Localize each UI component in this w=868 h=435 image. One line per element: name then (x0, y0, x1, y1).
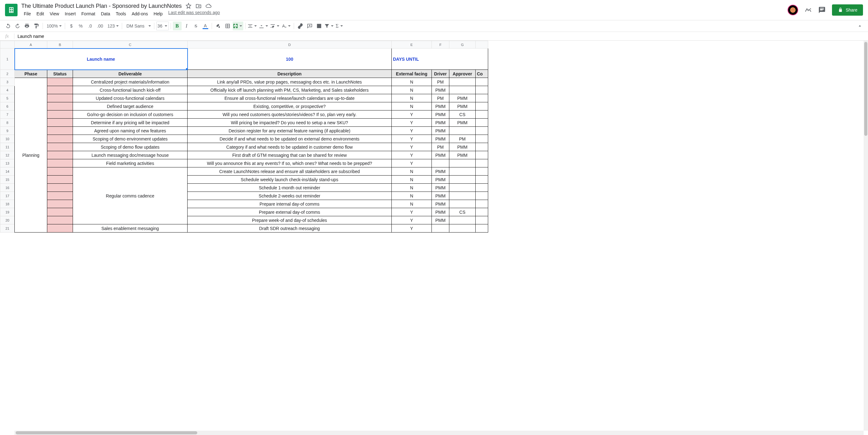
cell-description[interactable]: Schedule weekly launch check-ins/daily s… (188, 175, 392, 184)
col-header-c[interactable]: C (73, 41, 188, 48)
cell-external[interactable]: Y (392, 135, 432, 143)
insert-comment-button[interactable] (305, 22, 314, 30)
cell-status[interactable] (47, 159, 73, 167)
cell-status[interactable] (47, 208, 73, 216)
cell-driver[interactable]: PMM (432, 192, 450, 200)
cell[interactable] (476, 86, 488, 94)
collapse-toolbar-button[interactable] (856, 22, 864, 30)
cell-status[interactable] (47, 119, 73, 127)
font-family-select[interactable]: DM Sans (124, 22, 152, 30)
header-driver[interactable]: Driver (432, 70, 450, 78)
col-header-h[interactable] (476, 41, 488, 48)
cell-deliverable[interactable]: Centralized project materials/informatio… (73, 78, 188, 86)
cell-status[interactable] (47, 110, 73, 119)
cell-approver[interactable]: PMM (450, 151, 476, 159)
row-header[interactable]: 5 (0, 94, 15, 102)
row-header[interactable]: 17 (0, 192, 15, 200)
cell-description[interactable]: Will you announce this at any events? If… (188, 159, 392, 167)
header-description[interactable]: Description (188, 70, 392, 78)
share-button[interactable]: Share (832, 4, 863, 15)
cell-description[interactable]: Prepare external day-of comms (188, 208, 392, 216)
insert-chart-button[interactable] (315, 22, 323, 30)
cell-external[interactable]: N (392, 102, 432, 110)
cell-description[interactable]: Will you need customers quotes/stories/v… (188, 110, 392, 119)
header-approver[interactable]: Approver (450, 70, 476, 78)
col-header-a[interactable]: A (15, 41, 47, 48)
move-icon[interactable] (195, 3, 202, 9)
cell-status[interactable] (47, 94, 73, 102)
menu-help[interactable]: Help (151, 10, 165, 18)
cell-external[interactable]: Y (392, 216, 432, 224)
sheets-app-icon[interactable] (5, 4, 18, 16)
row-header[interactable]: 13 (0, 159, 15, 167)
header-phase[interactable]: Phase (15, 70, 47, 78)
spreadsheet-grid[interactable]: A B C D E F G 1 Launch name 100 DAYS UNT… (0, 41, 864, 431)
header-external[interactable]: External facing (392, 70, 432, 78)
col-header-b[interactable]: B (47, 41, 73, 48)
cell-status[interactable] (47, 143, 73, 151)
bold-button[interactable]: B (173, 22, 182, 30)
format-percent-button[interactable]: % (76, 22, 85, 30)
cell-description[interactable]: Schedule 2-weeks out reminder (188, 192, 392, 200)
row-header[interactable]: 11 (0, 143, 15, 151)
cell-driver[interactable]: PMM (432, 119, 450, 127)
row-header[interactable]: 15 (0, 175, 15, 184)
cell[interactable] (476, 78, 488, 86)
cell-driver[interactable]: PM (432, 78, 450, 86)
cell-description[interactable]: Existing, competitive, or prospective? (188, 102, 392, 110)
cell-status[interactable] (47, 86, 73, 94)
last-edit-text[interactable]: Last edit was seconds ago (168, 10, 220, 18)
cell-external[interactable]: N (392, 184, 432, 192)
cell-deliverable[interactable]: Determine if any pricing will be impacte… (73, 119, 188, 127)
cell-driver[interactable]: PMM (432, 167, 450, 175)
cell-approver[interactable] (450, 175, 476, 184)
cell[interactable] (476, 135, 488, 143)
cell-approver[interactable] (450, 127, 476, 135)
cell-description[interactable]: Prepare week-of and day-of schedules (188, 216, 392, 224)
cell[interactable] (476, 151, 488, 159)
cell-driver[interactable]: PMM (432, 127, 450, 135)
cell-deliverable[interactable]: Field marketing activities (73, 159, 188, 167)
zoom-select[interactable]: 100% (45, 22, 63, 30)
cell[interactable] (476, 102, 488, 110)
cell[interactable] (476, 200, 488, 208)
menu-format[interactable]: Format (79, 10, 98, 18)
cell-status[interactable] (47, 151, 73, 159)
cell[interactable] (476, 94, 488, 102)
cell-description[interactable]: Decision register for any external featu… (188, 127, 392, 135)
cell-deliverable[interactable]: Sales enablement messaging (73, 224, 188, 233)
cell-status[interactable] (47, 216, 73, 224)
row-header[interactable]: 9 (0, 127, 15, 135)
cell-deliverable[interactable]: Updated cross-functional calendars (73, 94, 188, 102)
row-header[interactable]: 2 (0, 70, 15, 78)
cell[interactable] (476, 192, 488, 200)
star-icon[interactable] (185, 3, 192, 9)
cell-approver[interactable] (450, 86, 476, 94)
col-header-e[interactable]: E (392, 41, 432, 48)
cell[interactable] (476, 208, 488, 216)
cell-driver[interactable]: PM (432, 94, 450, 102)
cell-approver[interactable] (450, 78, 476, 86)
italic-button[interactable]: I (182, 22, 191, 30)
text-rotation-button[interactable] (281, 22, 292, 30)
cell-driver[interactable]: PMM (432, 135, 450, 143)
number-format-select[interactable]: 123 (105, 22, 120, 30)
cell-status[interactable] (47, 224, 73, 233)
redo-button[interactable] (13, 22, 22, 30)
menu-tools[interactable]: Tools (113, 10, 129, 18)
cell-deliverable[interactable]: Agreed upon naming of new features (73, 127, 188, 135)
cell[interactable] (476, 110, 488, 119)
cell-external[interactable]: Y (392, 127, 432, 135)
user-avatar[interactable] (787, 5, 798, 15)
fx-icon[interactable]: fx (0, 33, 14, 39)
cell-approver[interactable]: CS (450, 208, 476, 216)
row-header[interactable]: 18 (0, 200, 15, 208)
cell-external[interactable]: Y (392, 208, 432, 216)
undo-button[interactable] (4, 22, 12, 30)
row-header[interactable]: 16 (0, 184, 15, 192)
borders-button[interactable] (223, 22, 232, 30)
vertical-scrollbar[interactable] (864, 41, 868, 431)
header-co[interactable]: Co (476, 70, 488, 78)
select-all-corner[interactable] (0, 41, 15, 48)
cell-approver[interactable]: PMM (450, 94, 476, 102)
